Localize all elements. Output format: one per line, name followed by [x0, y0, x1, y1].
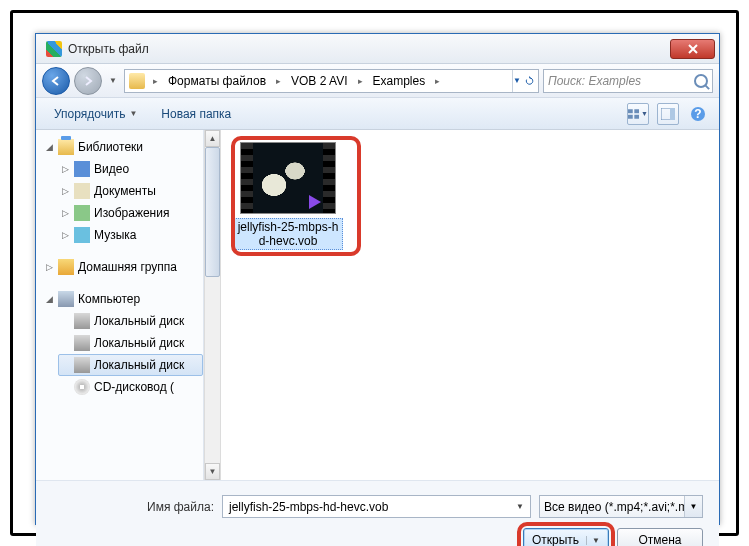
homegroup-icon — [58, 259, 74, 275]
breadcrumb: ▸ Форматы файлов ▸ VOB 2 AVI ▸ Examples … — [149, 72, 444, 90]
file-name: jellyfish-25-mbps-hd-hevc.vob — [233, 218, 343, 250]
tree-drive[interactable]: Локальный диск — [58, 332, 203, 354]
nav-bar: ▼ ▸ Форматы файлов ▸ VOB 2 AVI ▸ Example… — [36, 64, 719, 98]
collapse-icon[interactable]: ◢ — [44, 294, 54, 304]
navigation-pane: ◢Библиотеки ▷Видео ▷Документы ▷Изображен… — [36, 130, 204, 480]
computer-icon — [58, 291, 74, 307]
nav-history-dropdown[interactable]: ▼ — [106, 67, 120, 95]
search-input[interactable]: Поиск: Examples — [543, 69, 713, 93]
tree-homegroup[interactable]: ▷Домашняя группа — [42, 256, 203, 278]
video-icon — [74, 161, 90, 177]
chevron-right-icon: ▸ — [149, 74, 162, 88]
svg-rect-3 — [634, 114, 639, 118]
drive-icon — [74, 357, 90, 373]
scroll-track[interactable] — [205, 147, 220, 463]
scroll-up-button[interactable]: ▲ — [205, 130, 220, 147]
arrow-right-icon — [82, 75, 94, 87]
close-button[interactable] — [670, 39, 715, 59]
filename-label: Имя файла: — [52, 500, 214, 514]
new-folder-button[interactable]: Новая папка — [153, 103, 239, 125]
tree-computer[interactable]: ◢Компьютер — [42, 288, 203, 310]
tree-videos[interactable]: ▷Видео — [58, 158, 203, 180]
collapse-icon[interactable]: ◢ — [44, 142, 54, 152]
drive-icon — [74, 313, 90, 329]
pane-icon — [661, 108, 675, 120]
tree-documents[interactable]: ▷Документы — [58, 180, 203, 202]
breadcrumb-item[interactable]: Examples — [369, 72, 430, 90]
expand-icon[interactable]: ▷ — [60, 186, 70, 196]
tree-drive-selected[interactable]: Локальный диск — [58, 354, 203, 376]
file-open-dialog: Открыть файл ▼ ▸ Форматы файлов ▸ VOB 2 … — [35, 33, 720, 525]
svg-rect-0 — [628, 109, 633, 113]
breadcrumb-item[interactable]: Форматы файлов — [164, 72, 270, 90]
address-bar[interactable]: ▸ Форматы файлов ▸ VOB 2 AVI ▸ Examples … — [124, 69, 539, 93]
chevron-down-icon[interactable]: ▼ — [586, 536, 600, 545]
tree-cd-drive[interactable]: CD-дисковод ( — [58, 376, 203, 398]
chevron-right-icon: ▸ — [354, 74, 367, 88]
breadcrumb-item[interactable]: VOB 2 AVI — [287, 72, 351, 90]
cancel-button[interactable]: Отмена — [617, 528, 703, 546]
preview-pane-button[interactable] — [657, 103, 679, 125]
filename-input[interactable]: jellyfish-25-mbps-hd-hevc.vob ▼ — [222, 495, 531, 518]
window-title: Открыть файл — [68, 42, 670, 56]
image-icon — [74, 205, 90, 221]
chevron-down-icon: ▼ — [513, 76, 521, 85]
expand-icon[interactable]: ▷ — [60, 230, 70, 240]
tree-music[interactable]: ▷Музыка — [58, 224, 203, 246]
chevron-down-icon: ▼ — [109, 76, 117, 85]
svg-text:?: ? — [694, 107, 701, 121]
drive-icon — [74, 335, 90, 351]
search-icon — [694, 74, 708, 88]
refresh-icon — [525, 74, 534, 88]
thumbnails-icon — [628, 108, 639, 120]
library-icon — [58, 139, 74, 155]
toolbar: Упорядочить ▼ Новая папка ▼ ? — [36, 98, 719, 130]
document-icon — [74, 183, 90, 199]
chevron-right-icon: ▸ — [431, 74, 444, 88]
app-icon — [46, 41, 62, 57]
svg-rect-2 — [628, 114, 633, 118]
expand-icon[interactable]: ▷ — [44, 262, 54, 272]
video-thumbnail — [240, 142, 336, 214]
chevron-down-icon[interactable]: ▼ — [684, 496, 702, 517]
titlebar[interactable]: Открыть файл — [36, 34, 719, 64]
file-item[interactable]: jellyfish-25-mbps-hd-hevc.vob — [233, 142, 343, 250]
open-button[interactable]: Открыть ▼ — [523, 528, 609, 546]
help-button[interactable]: ? — [687, 103, 709, 125]
search-placeholder: Поиск: Examples — [548, 74, 641, 88]
sidebar-scrollbar[interactable]: ▲ ▼ — [204, 130, 221, 480]
music-icon — [74, 227, 90, 243]
expand-icon[interactable]: ▷ — [60, 164, 70, 174]
filetype-filter[interactable]: Все видео (*.mp4;*.avi;*.mpeg; ▼ — [539, 495, 703, 518]
chevron-down-icon: ▼ — [641, 110, 648, 117]
tree-pictures[interactable]: ▷Изображения — [58, 202, 203, 224]
svg-rect-1 — [634, 109, 639, 113]
view-button[interactable]: ▼ — [627, 103, 649, 125]
chevron-down-icon[interactable]: ▼ — [512, 498, 528, 515]
organize-button[interactable]: Упорядочить ▼ — [46, 103, 145, 125]
play-overlay-icon — [309, 195, 321, 209]
chevron-down-icon: ▼ — [129, 109, 137, 118]
svg-rect-5 — [670, 108, 675, 120]
folder-icon — [129, 73, 145, 89]
back-button[interactable] — [42, 67, 70, 95]
tree-drive[interactable]: Локальный диск — [58, 310, 203, 332]
file-list[interactable]: jellyfish-25-mbps-hd-hevc.vob — [221, 130, 719, 480]
tree-libraries[interactable]: ◢Библиотеки — [42, 136, 203, 158]
dialog-footer: Имя файла: jellyfish-25-mbps-hd-hevc.vob… — [36, 480, 719, 546]
scroll-thumb[interactable] — [205, 147, 220, 277]
arrow-left-icon — [50, 75, 62, 87]
cd-icon — [74, 379, 90, 395]
close-icon — [687, 44, 699, 54]
refresh-button[interactable]: ▼ — [512, 70, 534, 92]
help-icon: ? — [690, 106, 706, 122]
expand-icon[interactable]: ▷ — [60, 208, 70, 218]
scroll-down-button[interactable]: ▼ — [205, 463, 220, 480]
forward-button[interactable] — [74, 67, 102, 95]
chevron-right-icon: ▸ — [272, 74, 285, 88]
